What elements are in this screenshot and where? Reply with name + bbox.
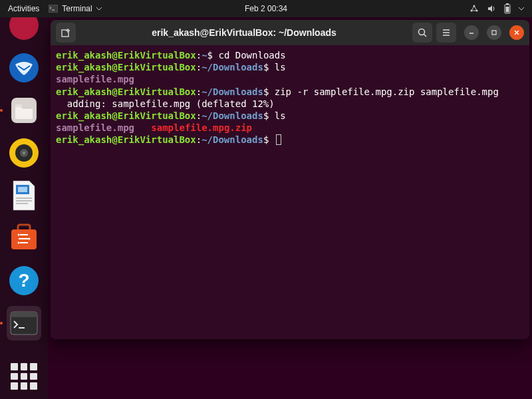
svg-rect-11 bbox=[15, 104, 22, 107]
window-title: erik_akash@ErikVirtualBox: ~/Downloads bbox=[76, 27, 412, 38]
search-button[interactable] bbox=[412, 23, 432, 43]
svg-point-22 bbox=[18, 234, 20, 236]
terminal-cursor bbox=[276, 134, 281, 145]
command-text: zip -r samplefile.mpg.zip samplefile.mpg bbox=[269, 86, 499, 97]
app-menu-terminal[interactable]: Terminal bbox=[49, 4, 101, 13]
prompt-sep: : bbox=[196, 86, 201, 97]
svg-text:?: ? bbox=[18, 270, 29, 291]
prompt-path: ~/Downloads bbox=[201, 86, 263, 97]
network-icon[interactable] bbox=[469, 4, 479, 13]
prompt-userhost: erik_akash@ErikVirtualBox bbox=[56, 134, 196, 145]
app-menu-label: Terminal bbox=[62, 4, 92, 13]
close-button[interactable] bbox=[509, 25, 524, 40]
dock-icon-help[interactable]: ? bbox=[7, 263, 41, 298]
hamburger-menu-button[interactable] bbox=[436, 23, 456, 43]
new-tab-button[interactable] bbox=[56, 23, 76, 43]
terminal-window: erik_akash@ErikVirtualBox: ~/Downloads e… bbox=[51, 20, 529, 339]
prompt-path: ~/Downloads bbox=[201, 62, 263, 72]
new-tab-icon bbox=[61, 27, 71, 38]
command-text: cd Downloads bbox=[213, 50, 286, 61]
prompt-path: ~ bbox=[201, 50, 207, 61]
prompt-sep: : bbox=[196, 50, 201, 61]
maximize-icon bbox=[491, 29, 497, 36]
show-applications-button[interactable] bbox=[11, 363, 37, 390]
command-text bbox=[269, 134, 274, 145]
prompt-dollar: $ bbox=[207, 50, 213, 61]
output-filename: samplefile.mpg bbox=[56, 122, 134, 133]
prompt-sep: : bbox=[196, 62, 201, 72]
prompt-sep: : bbox=[196, 134, 201, 145]
document-icon bbox=[11, 180, 37, 211]
svg-point-24 bbox=[18, 242, 20, 244]
dock-icon-thunderbird[interactable] bbox=[7, 51, 41, 85]
battery-icon[interactable] bbox=[504, 3, 511, 14]
minimize-icon bbox=[468, 29, 475, 36]
output-gap bbox=[134, 122, 151, 133]
speaker-icon bbox=[9, 138, 39, 168]
dock-icon-files[interactable] bbox=[7, 93, 41, 128]
svg-point-15 bbox=[23, 152, 25, 154]
svg-rect-0 bbox=[49, 5, 58, 13]
prompt-userhost: erik_akash@ErikVirtualBox bbox=[56, 50, 196, 61]
activities-button[interactable]: Activities bbox=[8, 4, 39, 13]
svg-rect-39 bbox=[492, 31, 496, 35]
prompt-path: ~/Downloads bbox=[201, 110, 263, 121]
terminal-icon bbox=[49, 5, 58, 13]
prompt-userhost: erik_akash@ErikVirtualBox bbox=[56, 86, 196, 97]
help-icon: ? bbox=[9, 265, 39, 296]
minimize-button[interactable] bbox=[464, 25, 479, 40]
svg-rect-17 bbox=[18, 187, 27, 192]
dock-icon-terminal[interactable] bbox=[7, 306, 41, 340]
search-icon bbox=[417, 27, 428, 38]
close-icon bbox=[513, 29, 520, 36]
chevron-down-icon bbox=[96, 7, 102, 11]
svg-point-23 bbox=[29, 238, 31, 240]
svg-point-33 bbox=[419, 29, 425, 35]
prompt-path: ~/Downloads bbox=[201, 134, 263, 145]
dock-icon-rhythmbox[interactable] bbox=[7, 136, 41, 170]
window-titlebar: erik_akash@ErikVirtualBox: ~/Downloads bbox=[51, 20, 529, 45]
thunderbird-icon bbox=[9, 53, 39, 83]
svg-rect-7 bbox=[506, 7, 509, 13]
svg-line-34 bbox=[424, 35, 427, 37]
svg-rect-28 bbox=[11, 312, 37, 317]
terminal-icon bbox=[10, 311, 38, 335]
prompt-userhost: erik_akash@ErikVirtualBox bbox=[56, 62, 196, 72]
output-text: adding: samplefile.mpg (deflated 12%) bbox=[56, 98, 275, 109]
output-filename-zip: samplefile.mpg.zip bbox=[151, 122, 252, 133]
prompt-userhost: erik_akash@ErikVirtualBox bbox=[56, 110, 196, 121]
volume-icon[interactable] bbox=[487, 4, 496, 13]
command-text: ls bbox=[269, 110, 285, 121]
prompt-sep: : bbox=[196, 110, 201, 121]
command-text: ls bbox=[269, 62, 285, 72]
terminal-body[interactable]: erik_akash@ErikVirtualBox:~$ cd Download… bbox=[51, 45, 529, 339]
chevron-down-icon[interactable] bbox=[519, 7, 524, 11]
dock: ? bbox=[0, 17, 48, 399]
maximize-button[interactable] bbox=[487, 25, 501, 40]
dock-icon-ubuntu-software[interactable] bbox=[7, 221, 41, 255]
software-icon bbox=[9, 223, 39, 253]
output-filename: samplefile.mpg bbox=[56, 74, 134, 84]
clock[interactable]: Feb 2 00:34 bbox=[245, 4, 287, 13]
folder-icon bbox=[9, 95, 39, 126]
dock-icon-libreoffice-writer[interactable] bbox=[7, 178, 41, 213]
top-panel: Activities Terminal Feb 2 00:34 bbox=[0, 0, 532, 17]
menu-icon bbox=[441, 27, 452, 38]
